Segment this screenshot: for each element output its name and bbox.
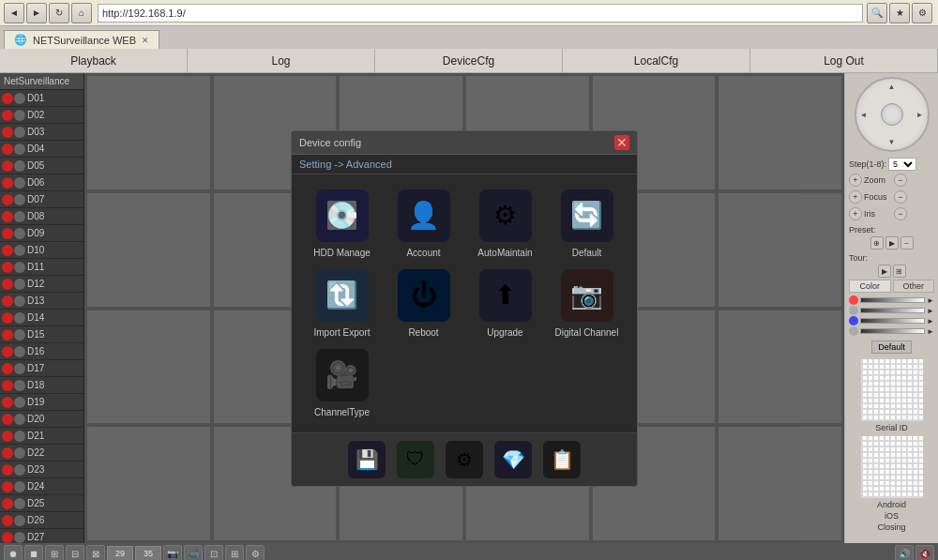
- color-slider[interactable]: [860, 308, 925, 313]
- modal-item-upgrade[interactable]: ⬆Upgrade: [470, 269, 540, 338]
- modal-footer-icon[interactable]: 📋: [543, 441, 581, 478]
- nav-devicecfg[interactable]: DeviceCfg: [375, 49, 563, 72]
- modal-item-reboot[interactable]: ⏻Reboot: [388, 269, 459, 338]
- color-arrow[interactable]: ►: [927, 296, 934, 305]
- sidebar-item[interactable]: D14: [0, 310, 83, 326]
- ptz-right-button[interactable]: ►: [916, 111, 924, 119]
- sidebar-item[interactable]: D27: [0, 529, 83, 543]
- home-button[interactable]: ⌂: [71, 3, 92, 23]
- sidebar-item[interactable]: D13: [0, 293, 83, 310]
- sidebar-item[interactable]: D20: [0, 411, 83, 428]
- modal-item-hdd-manage[interactable]: 💽HDD Manage: [307, 189, 377, 258]
- sidebar-item[interactable]: D09: [0, 225, 83, 242]
- sidebar-item[interactable]: D18: [0, 377, 83, 394]
- address-bar[interactable]: [98, 4, 863, 23]
- sidebar-item[interactable]: D11: [0, 259, 83, 276]
- mute-button[interactable]: 🔇: [915, 545, 934, 560]
- sidebar-item[interactable]: D26: [0, 512, 83, 529]
- zoom-minus-button[interactable]: −: [894, 174, 907, 187]
- other-tab[interactable]: Other: [893, 280, 935, 293]
- sidebar-item[interactable]: D04: [0, 141, 83, 158]
- sidebar-item[interactable]: D17: [0, 360, 83, 377]
- sidebar-item[interactable]: D12: [0, 276, 83, 293]
- sidebar-item[interactable]: D24: [0, 478, 83, 495]
- settings-button[interactable]: ⚙: [246, 545, 265, 560]
- tools-button[interactable]: ⚙: [912, 3, 932, 23]
- sidebar-item[interactable]: D19: [0, 394, 83, 411]
- sidebar-item[interactable]: D23: [0, 462, 83, 478]
- color-arrow[interactable]: ►: [927, 327, 934, 336]
- color-slider[interactable]: [860, 328, 925, 334]
- nav-logout[interactable]: Log Out: [750, 49, 938, 72]
- modal-footer-icon[interactable]: 💾: [348, 441, 386, 478]
- stop-button[interactable]: ⏹: [24, 545, 43, 560]
- sidebar-item[interactable]: D16: [0, 343, 83, 360]
- grid5-button[interactable]: ⊞: [225, 545, 244, 560]
- step-select[interactable]: 5: [888, 158, 916, 171]
- sidebar-item[interactable]: D03: [0, 124, 83, 141]
- sidebar-item[interactable]: D02: [0, 107, 83, 124]
- nav-log[interactable]: Log: [188, 49, 375, 72]
- modal-close-button[interactable]: ✕: [614, 135, 629, 150]
- forward-button[interactable]: ►: [26, 3, 47, 23]
- sidebar-item[interactable]: D07: [0, 191, 83, 208]
- sidebar-item[interactable]: D25: [0, 495, 83, 512]
- grid2-button[interactable]: ⊟: [66, 545, 84, 560]
- default-button[interactable]: Default: [871, 341, 912, 354]
- tour-start-button[interactable]: ▶: [878, 265, 891, 278]
- sidebar-item[interactable]: D05: [0, 158, 83, 174]
- page-input[interactable]: [107, 546, 133, 560]
- preset-go-button[interactable]: ▶: [885, 236, 899, 250]
- modal-item-import-export[interactable]: 🔃Import Export: [307, 269, 377, 338]
- ptz-up-button[interactable]: ▲: [888, 83, 896, 91]
- status-icon: [14, 532, 25, 543]
- nav-playback[interactable]: Playback: [0, 49, 188, 72]
- zoom-label: Zoom: [864, 175, 892, 185]
- status-icon: [14, 464, 25, 476]
- grid4-button[interactable]: ⊡: [204, 545, 223, 560]
- modal-item-digital-channel[interactable]: 📷Digital Channel: [552, 269, 622, 338]
- sidebar-item[interactable]: D08: [0, 208, 83, 225]
- modal-item-channeltype[interactable]: 🎥ChannelType: [307, 349, 377, 417]
- modal-item-default[interactable]: 🔄Default: [552, 189, 622, 258]
- ptz-left-button[interactable]: ◄: [860, 111, 868, 119]
- sidebar-item[interactable]: D01: [0, 90, 83, 107]
- color-tab[interactable]: Color: [849, 280, 891, 293]
- ptz-down-button[interactable]: ▼: [888, 138, 896, 146]
- favorites-button[interactable]: ★: [889, 3, 910, 23]
- record-button[interactable]: ⏺: [4, 545, 23, 560]
- sidebar-item[interactable]: D15: [0, 326, 83, 343]
- modal-footer-icon[interactable]: ⚙: [446, 441, 483, 478]
- iris-minus-button[interactable]: −: [894, 207, 907, 220]
- color-slider[interactable]: [860, 318, 925, 324]
- focus-minus-button[interactable]: −: [894, 190, 907, 204]
- sidebar-item[interactable]: D10: [0, 242, 83, 259]
- grid1-button[interactable]: ⊞: [45, 545, 64, 560]
- refresh-button[interactable]: ↻: [49, 3, 69, 23]
- modal-item-account[interactable]: 👤Account: [388, 189, 459, 258]
- color-arrow[interactable]: ►: [927, 317, 934, 325]
- active-tab[interactable]: 🌐 NETSurveillance WEB ✕: [4, 30, 159, 49]
- preset-set-button[interactable]: ⊕: [870, 236, 884, 250]
- page-input2[interactable]: [135, 546, 161, 560]
- modal-footer-icon[interactable]: 🛡: [397, 441, 434, 478]
- color-arrow[interactable]: ►: [927, 307, 934, 315]
- sidebar-item[interactable]: D22: [0, 445, 83, 462]
- preset-del-button[interactable]: −: [900, 236, 914, 250]
- video-button[interactable]: 📹: [184, 545, 203, 560]
- tab-close-button[interactable]: ✕: [142, 36, 149, 45]
- modal-footer-icon[interactable]: 💎: [494, 441, 532, 478]
- qr-code-ios: [861, 436, 923, 498]
- camera-button[interactable]: 📷: [163, 545, 182, 560]
- channel-label: D21: [27, 431, 44, 441]
- back-button[interactable]: ◄: [4, 3, 24, 23]
- search-button[interactable]: 🔍: [867, 3, 887, 23]
- grid3-button[interactable]: ⊠: [86, 545, 105, 560]
- nav-localcfg[interactable]: LocalCfg: [563, 49, 750, 72]
- modal-item-automaintain[interactable]: ⚙AutoMaintain: [470, 189, 540, 258]
- volume-button[interactable]: 🔊: [895, 545, 914, 560]
- sidebar-item[interactable]: D06: [0, 174, 83, 191]
- tour-grid-button[interactable]: ⊞: [893, 265, 906, 278]
- color-slider[interactable]: [860, 297, 925, 303]
- sidebar-item[interactable]: D21: [0, 428, 83, 445]
